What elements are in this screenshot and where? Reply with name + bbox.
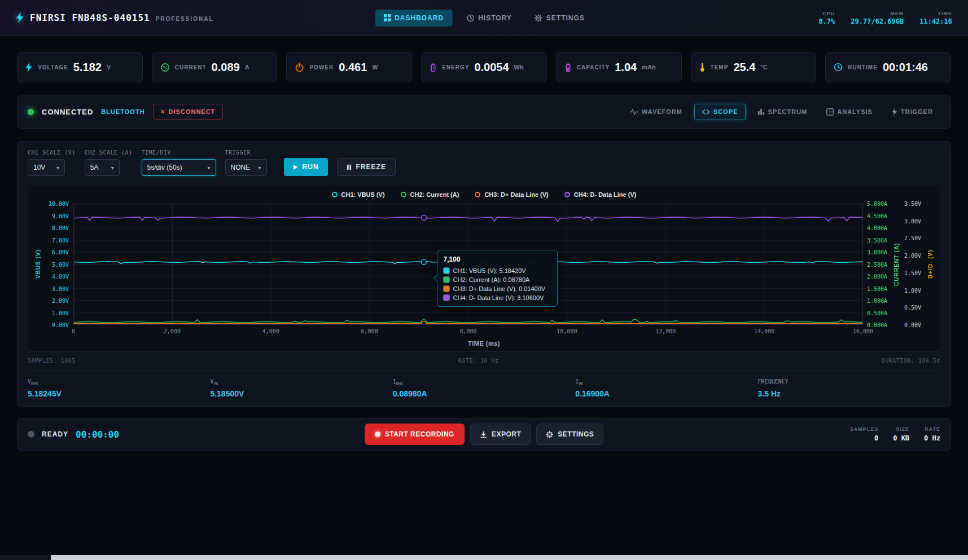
tooltip-ch4-text: CH4: D- Data Line (V): 3.10600V	[453, 294, 544, 301]
tab-settings[interactable]: SETTINGS	[526, 10, 593, 27]
export-label: EXPORT	[492, 430, 521, 438]
close-icon: ×	[161, 108, 165, 115]
plot-area[interactable]: 7,100 CH1: VBUS (V): 5.18420V CH2: Curre…	[73, 204, 863, 325]
axis-tick: 9.00V	[52, 213, 69, 219]
timediv-label: TIME/DIV	[142, 149, 216, 156]
legend-ch3[interactable]: CH3: D+ Data Line (V)	[475, 191, 548, 198]
recorder-rate-value: 0 Hz	[924, 434, 940, 442]
tab-dashboard-label: DASHBOARD	[395, 14, 444, 22]
ch1-scale-label: CH1 SCALE (V)	[28, 149, 76, 156]
tooltip-row-ch2: CH2: Current (A): 0.08780A	[444, 276, 551, 283]
tab-settings-label: SETTINGS	[546, 14, 585, 22]
ch1-chip	[444, 268, 449, 274]
cpu-label: CPU	[818, 11, 835, 16]
disconnect-label: DISCONNECT	[169, 108, 216, 115]
metric-label: ENERGY	[442, 64, 469, 70]
x-axis-tick: 4,000	[262, 328, 279, 334]
ch2-chip	[444, 277, 449, 283]
run-label: RUN	[303, 163, 319, 171]
legend-ch4[interactable]: CH4: D- Data Line (V)	[564, 191, 637, 198]
axis-tick: 7.00V	[52, 237, 69, 243]
start-recording-button[interactable]: START RECORDING	[365, 424, 465, 445]
stat-irms: IRMS 0.08980A	[393, 378, 575, 398]
axis-tick: 6.00V	[52, 249, 69, 255]
left-axis-ticks: 10.00V9.00V8.00V7.00V6.00V5.00V4.00V3.00…	[42, 204, 73, 325]
scrollbar-thumb[interactable]	[51, 555, 968, 560]
recorder-settings-button[interactable]: SETTINGS	[536, 424, 603, 445]
start-recording-label: START RECORDING	[385, 430, 454, 438]
analysis-grid-icon	[826, 108, 834, 116]
ch2-color-dot	[401, 192, 406, 197]
trigger-select[interactable]: NONE ▾	[225, 159, 267, 176]
spectrum-bars-icon	[757, 108, 765, 115]
x-axis-tick: 6,000	[361, 328, 378, 334]
axis-tick: 0.000A	[867, 322, 887, 328]
legend-ch1[interactable]: CH1: VBUS (V)	[332, 191, 385, 198]
app-subtitle: PROFESSIONAL	[156, 16, 214, 22]
scope-code-icon	[702, 109, 710, 115]
stat-vpk: VPK 5.18500V	[210, 378, 392, 398]
download-icon	[480, 431, 487, 438]
tab-waveform[interactable]: WAVEFORM	[623, 104, 690, 120]
runtime-clock-icon	[834, 63, 843, 72]
left-axis-title: VBUS (V)	[34, 204, 42, 325]
stat-vrms-value: 5.18245V	[28, 389, 210, 398]
stat-vrms: VRMS 5.18245V	[28, 378, 210, 398]
mem-stat: MEM 29.77/62.69GB	[851, 11, 904, 25]
tab-analysis[interactable]: ANALYSIS	[819, 104, 880, 120]
data-axis-ticks: 3.50V3.00V2.50V2.00V1.50V1.00V0.50V0.00V	[900, 204, 926, 325]
x-axis-tick: 8,000	[459, 328, 476, 334]
connection-status-dot	[28, 109, 34, 115]
freeze-button[interactable]: FREEZE	[337, 158, 396, 176]
run-button[interactable]: RUN	[284, 158, 328, 176]
gear-icon	[535, 14, 542, 22]
app-title: FNIRSI FNB48S-040151	[30, 12, 150, 23]
metric-unit: V	[107, 64, 111, 70]
axis-tick: 0.50V	[904, 305, 921, 311]
chevron-down-icon: ▾	[56, 165, 59, 171]
metric-value: 25.4	[733, 61, 755, 74]
axis-tick: 0.500A	[867, 310, 887, 316]
app-logo-bolt-icon	[16, 12, 24, 23]
horizontal-scrollbar[interactable]	[0, 555, 968, 560]
ch2-scale-select[interactable]: 5A ▾	[85, 159, 120, 176]
chevron-down-icon: ▾	[208, 165, 211, 171]
trigger-control: TRIGGER NONE ▾	[225, 149, 267, 176]
plot-row: VBUS (V) 10.00V9.00V8.00V7.00V6.00V5.00V…	[34, 204, 934, 325]
stat-vpk-sub: PK	[213, 382, 218, 386]
view-tabs: WAVEFORM SCOPE SPECTRUM ANALYSIS	[623, 104, 940, 120]
ch4-color-dot	[564, 192, 570, 197]
current-axis-ticks: 5.000A4.500A4.000A3.500A3.000A2.500A2.00…	[863, 204, 892, 325]
tooltip-row-ch3: CH3: D+ Data Line (V): 0.01400V	[444, 285, 551, 292]
export-button[interactable]: EXPORT	[470, 424, 531, 445]
tab-history[interactable]: HISTORY	[458, 10, 520, 27]
waveform-icon	[630, 109, 638, 115]
disconnect-button[interactable]: × DISCONNECT	[153, 104, 224, 120]
tab-scope[interactable]: SCOPE	[694, 104, 746, 120]
axis-tick: 2.00V	[904, 253, 921, 259]
ch1-scale-select[interactable]: 10V ▾	[28, 159, 65, 176]
x-axis-tick: 0	[72, 328, 75, 334]
time-stat: TIME 11:42:16	[919, 11, 952, 25]
x-axis-tick: 10,000	[557, 328, 577, 334]
connection-bar: CONNECTED BLUETOOTH × DISCONNECT WAVEFOR…	[17, 95, 951, 129]
metric-label: RUNTIME	[848, 64, 878, 70]
time-label: TIME	[919, 11, 952, 16]
trigger-bolt-icon	[892, 108, 897, 116]
cpu-value: 8.7%	[818, 17, 835, 25]
timediv-select[interactable]: 5s/div (50s) ▾	[142, 159, 216, 176]
ch4-chip	[444, 295, 449, 301]
metric-value: 0.0054	[474, 61, 509, 74]
app-header: FNIRSI FNB48S-040151 PROFESSIONAL DASHBO…	[0, 0, 968, 36]
samples-status: SAMPLES: 1065	[28, 358, 76, 364]
tab-dashboard[interactable]: DASHBOARD	[375, 10, 452, 27]
play-icon	[293, 164, 298, 170]
legend-ch2[interactable]: CH2: Current (A)	[401, 191, 459, 198]
recorder-settings-label: SETTINGS	[558, 430, 594, 438]
tab-trigger[interactable]: TRIGGER	[884, 104, 940, 120]
tab-spectrum[interactable]: SPECTRUM	[750, 104, 815, 120]
connection-status: CONNECTED	[42, 108, 93, 116]
stat-irms-value: 0.08980A	[393, 389, 575, 398]
tooltip-row-ch1: CH1: VBUS (V): 5.18420V	[444, 267, 551, 274]
axis-tick: 1.000A	[867, 298, 887, 304]
